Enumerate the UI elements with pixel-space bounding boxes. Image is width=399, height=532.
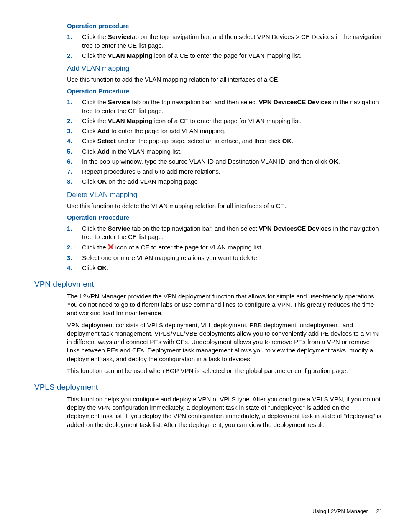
list-item: 4.Click OK. (67, 264, 382, 272)
paragraph: This function helps you configure and de… (67, 395, 382, 429)
list-item: 2.Click the icon of a CE to enter the pa… (67, 243, 382, 252)
step-text: Click the icon of a CE to enter the page… (82, 244, 263, 251)
steps-list-1: 1.Click the Servicetab on the top naviga… (67, 33, 382, 60)
heading-vpls-deployment: VPLS deployment (34, 382, 382, 393)
step-number: 1. (67, 33, 72, 41)
heading-operation-procedure: Operation Procedure (67, 87, 382, 95)
heading-add-vlan-mapping: Add VLAN mapping (67, 64, 382, 74)
footer-label: Using L2VPN Manager (312, 508, 368, 514)
list-item: 2.Click the VLAN Mapping icon of a CE to… (67, 51, 382, 60)
heading-delete-vlan-mapping: Delete VLAN mapping (67, 190, 382, 200)
step-text: In the pop-up window, type the source VL… (82, 158, 340, 165)
list-item: 3.Click Add to enter the page for add VL… (67, 127, 382, 135)
step-number: 3. (67, 127, 72, 135)
step-text: Click OK on the add VLAN mapping page (82, 178, 198, 185)
step-text: Click Add to enter the page for add VLAN… (82, 127, 226, 134)
step-number: 4. (67, 264, 72, 272)
step-text: Repeat procedures 5 and 6 to add more re… (82, 168, 220, 175)
step-text: Click the Service tab on the top navigat… (82, 225, 379, 240)
heading-vpn-deployment: VPN deployment (34, 279, 382, 290)
list-item: 2.Click the VLAN Mapping icon of a CE to… (67, 117, 382, 125)
step-text: Click the Service tab on the top navigat… (82, 98, 379, 114)
step-number: 5. (67, 147, 72, 156)
document-page: Operation procedure 1.Click the Servicet… (0, 0, 399, 532)
step-text: Select one or more VLAN mapping relation… (82, 254, 259, 261)
step-text: Click the Servicetab on the top navigati… (82, 33, 381, 49)
step-text: Click Add in the VLAN mapping list. (82, 148, 182, 155)
step-number: 1. (67, 224, 72, 233)
step-text: Click Select and on the pop-up page, sel… (82, 137, 293, 144)
step-number: 2. (67, 51, 72, 60)
paragraph: This function cannot be used when BGP VP… (67, 367, 382, 375)
paragraph: The L2VPN Manager provides the VPN deplo… (67, 292, 382, 318)
heading-operation-procedure: Operation procedure (67, 22, 382, 30)
list-item: 8.Click OK on the add VLAN mapping page (67, 177, 382, 186)
intro-text: Use this function to add the VLAN mappin… (67, 75, 382, 84)
step-text: Click OK. (82, 264, 108, 271)
steps-list-2: 1.Click the Service tab on the top navig… (67, 98, 382, 186)
paragraph: VPN deployment consists of VPLS deployme… (67, 321, 382, 363)
list-item: 1.Click the Service tab on the top navig… (67, 224, 382, 242)
page-footer: Using L2VPN Manager 21 (312, 508, 382, 515)
step-number: 8. (67, 177, 72, 186)
step-number: 2. (67, 117, 72, 125)
page-number: 21 (376, 508, 382, 514)
list-item: 1.Click the Service tab on the top navig… (67, 98, 382, 115)
step-text: Click the VLAN Mapping icon of a CE to e… (82, 52, 302, 59)
step-number: 3. (67, 254, 72, 262)
intro-text: Use this function to delete the VLAN map… (67, 202, 382, 210)
list-item: 1.Click the Servicetab on the top naviga… (67, 33, 382, 50)
step-number: 7. (67, 167, 72, 176)
step-number: 1. (67, 98, 72, 106)
list-item: 7.Repeat procedures 5 and 6 to add more … (67, 167, 382, 176)
list-item: 4.Click Select and on the pop-up page, s… (67, 137, 382, 145)
step-number: 4. (67, 137, 72, 145)
list-item: 3.Select one or more VLAN mapping relati… (67, 254, 382, 262)
list-item: 6.In the pop-up window, type the source … (67, 157, 382, 166)
step-number: 2. (67, 243, 72, 252)
delete-icon (108, 244, 114, 252)
main-content: Operation procedure 1.Click the Servicet… (34, 22, 382, 429)
step-text: Click the VLAN Mapping icon of a CE to e… (82, 117, 302, 124)
steps-list-3: 1.Click the Service tab on the top navig… (67, 224, 382, 272)
step-number: 6. (67, 157, 72, 166)
heading-operation-procedure: Operation Procedure (67, 213, 382, 222)
list-item: 5.Click Add in the VLAN mapping list. (67, 147, 382, 156)
